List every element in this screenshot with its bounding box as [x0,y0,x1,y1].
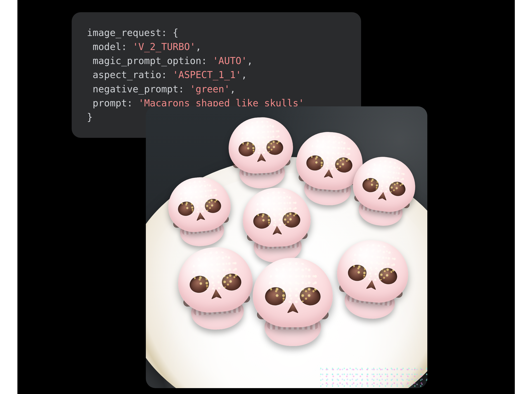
table-glitter [320,365,427,388]
skull-macaron [253,258,333,348]
code-key-magic-prompt-option: magic_prompt_option [93,55,201,66]
skull-macaron [332,237,411,325]
code-key-aspect-ratio: aspect_ratio [93,69,161,80]
code-indent [87,41,93,52]
code-val-magic-prompt-option: 'AUTO' [213,55,247,66]
code-key-negative-prompt: negative_prompt [93,83,178,95]
code-val-model: 'V_2_TURBO' [133,41,196,52]
code-key-prompt: prompt [93,98,127,109]
generated-image [146,106,427,388]
code-val-negative-prompt: 'green' [190,83,230,95]
skull-macaron [165,174,235,251]
skull-macaron [176,245,256,334]
code-val-aspect-ratio: 'ASPECT_1_1' [173,69,241,80]
page: image_request: { model: 'V_2_TURBO', mag… [0,0,532,394]
code-indent [87,55,93,66]
code-indent [87,69,93,80]
code-open-brace: : { [161,27,178,38]
black-stage: image_request: { model: 'V_2_TURBO', mag… [17,0,515,394]
code-close-brace: } [87,112,93,123]
skull-macaron [242,187,312,266]
code-indent [87,83,93,95]
code-root-key: image_request [87,27,162,38]
skull-macaron [347,153,419,232]
code-key-model: model [93,41,121,52]
skull-macaron [227,116,295,192]
code-indent [87,98,93,109]
